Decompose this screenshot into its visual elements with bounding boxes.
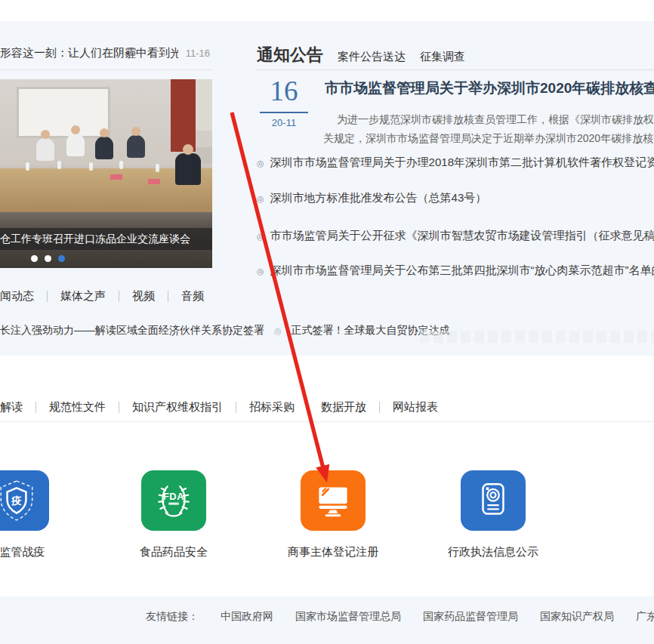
friendly-links-label: 友情链接：: [146, 610, 199, 624]
nav-separator: [307, 402, 308, 413]
photo-red-door: [171, 79, 196, 152]
notice-list-item[interactable]: ◎深圳市市场监督管理局关于办理2018年深圳市第二批计算机软件著作权登记资助领: [257, 156, 654, 170]
carousel-dot[interactable]: [31, 255, 38, 262]
list-bullet-icon: ◎: [257, 159, 264, 168]
photo-person: [36, 138, 54, 161]
nav-item-media-voice[interactable]: 媒体之声: [60, 289, 106, 304]
carousel-dot[interactable]: [45, 255, 51, 262]
featured-notice-summary-line2: 关规定，深圳市市场监督管理局决定于近期举办深圳市2020年碳排放核查员专业知: [323, 132, 654, 146]
notice-list-item[interactable]: ◎深圳市地方标准批准发布公告（总第43号）: [257, 191, 654, 205]
featured-year-month: 20-11: [257, 117, 311, 128]
tile-label: 商事主体登记注册: [267, 545, 399, 559]
nav-separator: [119, 402, 119, 413]
tile-food-drug-safety[interactable]: FDA 食品药品安全: [107, 470, 240, 559]
notice-list-item[interactable]: ◎市市场监管局关于公开征求《深圳市智慧农贸市场建设管理指引（征求意见稿）》...: [257, 229, 654, 243]
monitor-icon: [301, 470, 366, 531]
carousel-dots: [31, 255, 65, 262]
photo-whiteboard: [17, 87, 110, 138]
left-column-divider: [0, 69, 213, 70]
photo-bottle: [26, 162, 29, 171]
notice-link[interactable]: 市市场监管局关于公开征求《深圳市智慧农贸市场建设管理指引（征求意见稿）》...: [270, 229, 654, 242]
ticker-bullet-icon: ◎: [274, 326, 282, 336]
notice-link[interactable]: 深圳市地方标准批准发布公告（总第43号）: [270, 191, 487, 204]
nav-separator: [379, 402, 380, 413]
nav-separator: [236, 402, 236, 413]
nav-separator: [47, 291, 48, 302]
news-date: 11-16: [186, 48, 210, 59]
list-bullet-icon: ◎: [257, 194, 264, 203]
featured-notice-summary-line1: 为进一步规范深圳市碳排放核查员管理工作，根据《深圳市碳排放权交易管理: [337, 113, 654, 127]
nav-item-normative-documents[interactable]: 规范性文件: [49, 400, 106, 414]
footer-link-gd-gov[interactable]: 广东省人民政府: [636, 610, 654, 624]
carousel-caption: 仓工作专班召开进口冻品企业交流座谈会: [0, 228, 212, 250]
photo-person: [175, 153, 201, 185]
nav-separator: [119, 291, 119, 302]
tile-enforcement-disclosure[interactable]: 行政执法信息公示: [427, 470, 560, 559]
services-nav: 解读 规范性文件 知识产权维权指引 招标采购 数据开放 网站报表: [0, 400, 438, 414]
body-camera-icon: [461, 470, 526, 531]
nav-item-bidding[interactable]: 招标采购: [249, 400, 295, 414]
photo-bottle: [156, 164, 159, 172]
photo-shelf: [196, 79, 212, 164]
epidemic-shield-icon: 疫: [0, 470, 49, 531]
photo-bottle: [89, 162, 93, 171]
nav-item-audio[interactable]: 音频: [181, 289, 204, 304]
notices-divider: [257, 69, 654, 70]
carousel-dot-active[interactable]: [58, 255, 65, 262]
notice-list-item[interactable]: ◎深圳市市场监督管理局关于公布第三批第四批深圳市“放心肉菜示范超市”名单的...: [257, 263, 654, 278]
tile-epidemic-supervision[interactable]: 疫 场监管战疫: [0, 470, 83, 559]
notices-header: 通知公告 案件公告送达 征集调查: [257, 44, 465, 66]
photo-place-card: [110, 174, 122, 180]
news-category-nav: 闻动态 媒体之声 视频 音频: [0, 289, 204, 304]
footer-link-cnipa[interactable]: 国家知识产权局: [540, 610, 614, 624]
news-list-item: 形容这一刻：让人们在阴霾中看到光... 11-16: [0, 46, 210, 60]
featured-notice-title[interactable]: 市市场监督管理局关于举办深圳市2020年碳排放核查员专业知: [325, 79, 654, 98]
footer-link-gov-cn[interactable]: 中国政府网: [221, 610, 273, 624]
footer-link-nmpa[interactable]: 国家药品监督管理局: [423, 610, 518, 624]
tab-surveys[interactable]: 征集调查: [420, 50, 465, 64]
notices-title: 通知公告: [257, 44, 323, 66]
featured-date-underline: [260, 112, 308, 113]
svg-text:疫: 疫: [11, 495, 22, 507]
friendly-links-row: 友情链接： 中国政府网 国家市场监督管理总局 国家药品监督管理局 国家知识产权局…: [146, 610, 654, 624]
nav-separator: [35, 402, 36, 413]
nav-item-news[interactable]: 闻动态: [0, 289, 34, 304]
nav-separator: [168, 291, 168, 302]
photo-place-card: [148, 179, 160, 184]
portal-page: 形容这一刻：让人们在阴霾中看到光... 11-16 仓工作专班召开进口冻品企业交…: [0, 0, 654, 644]
photo-bottle: [119, 161, 123, 169]
photo-person: [66, 134, 85, 156]
fda-wreath-icon: FDA: [141, 470, 206, 531]
tile-label: 食品药品安全: [107, 545, 240, 559]
carousel-slide-photo[interactable]: 仓工作专班召开进口冻品企业交流座谈会: [0, 79, 212, 268]
photo-person: [95, 137, 113, 159]
nav-item-interpretation[interactable]: 解读: [0, 400, 23, 414]
list-bullet-icon: ◎: [257, 232, 264, 241]
tile-business-registration[interactable]: 商事主体登记注册: [267, 470, 399, 559]
footer-link-samr[interactable]: 国家市场监督管理总局: [295, 610, 401, 624]
notice-link[interactable]: 深圳市市场监督管理局关于办理2018年深圳市第二批计算机软件著作权登记资助领: [270, 156, 654, 168]
bridge-watermark: [420, 331, 654, 343]
news-link[interactable]: 形容这一刻：让人们在阴霾中看到光...: [0, 46, 178, 60]
featured-date-block: 16 20-11: [257, 77, 311, 128]
nav-item-video[interactable]: 视频: [132, 289, 155, 304]
tile-label: 行政执法信息公示: [427, 545, 560, 559]
notice-link[interactable]: 深圳市市场监督管理局关于公布第三批第四批深圳市“放心肉菜示范超市”名单的...: [270, 263, 654, 276]
list-bullet-icon: ◎: [257, 267, 264, 276]
tile-label: 场监管战疫: [0, 545, 83, 559]
ticker-link-1[interactable]: 长注入强劲动力——解读区域全面经济伙伴关系协定签署: [0, 324, 264, 337]
svg-text:FDA: FDA: [163, 491, 184, 502]
nav-item-site-reports[interactable]: 网站报表: [393, 400, 438, 414]
nav-item-open-data[interactable]: 数据开放: [321, 400, 366, 414]
featured-day: 16: [257, 77, 311, 106]
photo-bottle: [57, 161, 61, 169]
photo-person: [127, 135, 145, 158]
nav-item-ip-rights-guide[interactable]: 知识产权维权指引: [132, 400, 223, 414]
section-divider: [0, 421, 654, 422]
tab-case-announcements[interactable]: 案件公告送达: [338, 50, 406, 64]
